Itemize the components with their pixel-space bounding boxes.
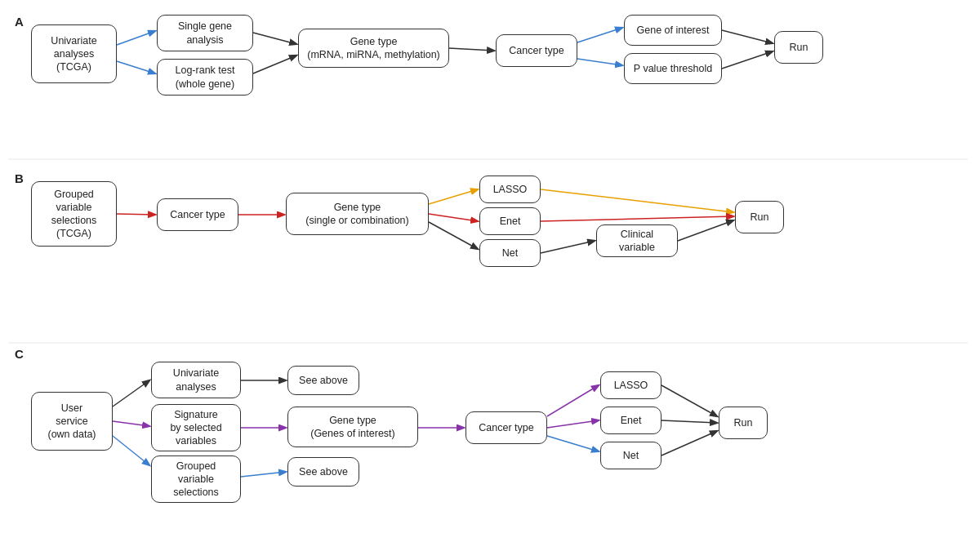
svg-line-0 <box>117 31 155 45</box>
svg-line-8 <box>722 51 773 69</box>
box-a-gene-type: Gene type(mRNA, miRNA, methylation) <box>298 29 449 68</box>
svg-line-4 <box>449 48 494 51</box>
box-a-p-value: P value threshold <box>624 53 722 84</box>
box-a-single-gene: Single geneanalysis <box>157 15 253 51</box>
section-label-a: A <box>15 15 24 29</box>
svg-line-30 <box>662 431 717 455</box>
svg-line-13 <box>429 222 478 249</box>
box-b-cancer-type: Cancer type <box>157 198 238 231</box>
box-c-lasso: LASSO <box>600 371 662 399</box>
box-c-run: Run <box>719 407 768 439</box>
box-b-grouped: Groupedvariableselections(TCGA) <box>31 181 117 247</box>
box-c-user-service: Userservice(own data) <box>31 392 113 451</box>
box-b-net: Net <box>479 239 541 267</box>
svg-line-9 <box>117 214 155 215</box>
box-c-cancer-type: Cancer type <box>466 411 547 444</box>
svg-line-29 <box>662 420 717 423</box>
svg-line-25 <box>547 385 599 416</box>
svg-line-3 <box>253 56 296 73</box>
box-a-run: Run <box>774 31 823 64</box>
svg-line-7 <box>722 30 773 43</box>
section-label-c: C <box>15 347 24 361</box>
arrows-svg <box>0 0 980 551</box>
section-label-b: B <box>15 171 24 185</box>
box-b-lasso: LASSO <box>479 176 541 203</box>
box-a-cancer-type: Cancer type <box>496 34 577 67</box>
box-c-net: Net <box>600 442 662 469</box>
svg-line-12 <box>429 214 478 221</box>
diagram-container: A Univariateanalyses(TCGA) Single genean… <box>0 0 980 551</box>
svg-line-11 <box>429 189 478 204</box>
box-a-log-rank: Log-rank test(whole gene) <box>157 59 253 96</box>
box-c-grouped: Groupedvariableselections <box>151 455 241 503</box>
svg-line-18 <box>113 380 149 407</box>
svg-line-26 <box>547 420 599 428</box>
box-b-gene-type: Gene type(single or combination) <box>286 193 429 235</box>
svg-line-5 <box>577 28 622 42</box>
svg-line-19 <box>113 421 149 426</box>
box-a-gene-of-interest: Gene of interest <box>624 15 722 46</box>
svg-line-15 <box>541 216 733 221</box>
svg-line-2 <box>253 33 296 44</box>
box-c-univariate: Univariateanalyses <box>151 362 241 398</box>
box-c-gene-type: Gene type(Genes of interest) <box>287 407 418 447</box>
svg-line-20 <box>113 436 149 465</box>
box-c-enet: Enet <box>600 407 662 434</box>
svg-line-28 <box>662 385 717 416</box>
svg-line-16 <box>541 241 595 253</box>
svg-line-14 <box>541 189 733 212</box>
svg-line-17 <box>678 220 733 241</box>
svg-line-1 <box>117 61 155 73</box>
box-a-univariate: Univariateanalyses(TCGA) <box>31 24 117 83</box>
box-c-see-above-2: See above <box>287 457 359 487</box>
svg-line-27 <box>547 436 599 451</box>
box-b-run: Run <box>735 201 784 233</box>
box-b-enet: Enet <box>479 207 541 235</box>
box-c-signature: Signatureby selectedvariables <box>151 404 241 451</box>
svg-line-23 <box>241 472 286 477</box>
box-c-see-above-1: See above <box>287 366 359 395</box>
box-b-clinical: Clinicalvariable <box>596 224 678 257</box>
svg-line-6 <box>577 59 622 65</box>
